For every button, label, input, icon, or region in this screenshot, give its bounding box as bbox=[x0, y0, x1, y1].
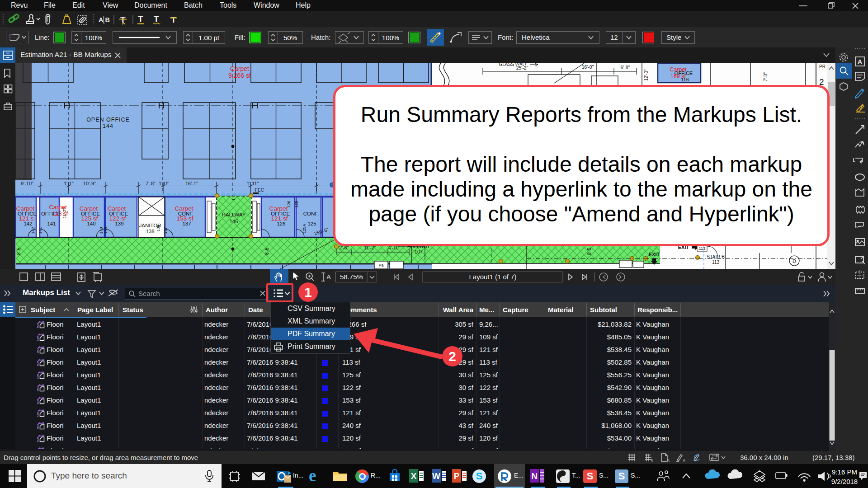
svg-text:116: 116 bbox=[681, 77, 689, 82]
svg-text:FEC: FEC bbox=[255, 188, 264, 192]
svg-text:140: 140 bbox=[87, 221, 95, 226]
svg-text:Style: Style bbox=[666, 33, 681, 41]
svg-text:10'-9": 10'-9" bbox=[83, 181, 96, 186]
svg-text:Helvetica: Helvetica bbox=[522, 33, 550, 41]
svg-text:16'-1": 16'-1" bbox=[185, 181, 198, 186]
svg-text:9,266 sf: 9,266 sf bbox=[228, 72, 251, 79]
svg-text:141: 141 bbox=[47, 221, 56, 226]
svg-text:107: 107 bbox=[415, 249, 423, 254]
svg-text:Carpet: Carpet bbox=[230, 65, 249, 72]
svg-text:142: 142 bbox=[24, 221, 32, 226]
svg-text:T: T bbox=[171, 15, 176, 24]
svg-text:X: X bbox=[411, 471, 417, 481]
svg-text:A: A bbox=[858, 58, 863, 66]
svg-text:137: 137 bbox=[182, 221, 191, 226]
svg-text:125A: 125A bbox=[302, 224, 307, 233]
svg-text:11'-2": 11'-2" bbox=[62, 208, 67, 218]
svg-text:5: 5 bbox=[683, 459, 685, 463]
svg-text:7'-8": 7'-8" bbox=[146, 181, 156, 186]
svg-text:58.75%: 58.75% bbox=[340, 273, 363, 281]
svg-text:6'-8": 6'-8" bbox=[621, 65, 630, 70]
svg-text:T: T bbox=[138, 14, 143, 23]
svg-text:139: 139 bbox=[104, 227, 108, 234]
svg-text:25'-2": 25'-2" bbox=[516, 65, 528, 70]
svg-text:A: A bbox=[326, 273, 331, 281]
svg-text:D: D bbox=[793, 258, 796, 264]
svg-text:Layout1 (1 of 7): Layout1 (1 of 7) bbox=[469, 273, 516, 281]
svg-text:1'-1: 1'-1 bbox=[231, 194, 236, 201]
svg-text:138: 138 bbox=[146, 229, 154, 234]
svg-text:145: 145 bbox=[229, 219, 238, 224]
svg-text:T: T bbox=[154, 14, 159, 23]
svg-text:8'-5: 8'-5 bbox=[264, 247, 269, 255]
svg-text:5: 5 bbox=[651, 459, 653, 463]
svg-text:137: 137 bbox=[163, 227, 168, 234]
svg-text:144: 144 bbox=[103, 123, 113, 129]
svg-text:A: A bbox=[99, 16, 104, 23]
svg-text:EXIT: EXIT bbox=[649, 252, 660, 257]
svg-text:B: B bbox=[105, 16, 110, 23]
svg-text:HALLWAY: HALLWAY bbox=[222, 212, 246, 217]
svg-text:142: 142 bbox=[31, 227, 35, 234]
svg-text:12: 12 bbox=[610, 33, 618, 41]
svg-text:113: 113 bbox=[712, 259, 720, 265]
svg-text:P: P bbox=[454, 471, 460, 481]
svg-text:1'-11": 1'-11" bbox=[246, 181, 259, 186]
svg-text:139: 139 bbox=[115, 221, 123, 226]
svg-text:N: N bbox=[531, 471, 538, 481]
svg-text:141: 141 bbox=[38, 227, 42, 234]
svg-text:12'-0": 12'-0" bbox=[644, 69, 649, 81]
svg-text:126: 126 bbox=[287, 201, 291, 207]
svg-text:113: 113 bbox=[698, 246, 705, 251]
svg-text:5: 5 bbox=[667, 459, 670, 463]
svg-text:W: W bbox=[432, 471, 440, 481]
svg-text:125: 125 bbox=[294, 201, 299, 207]
svg-text:125: 125 bbox=[307, 221, 316, 226]
svg-text:8'-5: 8'-5 bbox=[16, 247, 21, 255]
svg-text:Pa: Pa bbox=[378, 263, 383, 267]
svg-text:7'-0": 7'-0" bbox=[763, 72, 768, 81]
svg-text:138: 138 bbox=[156, 225, 160, 231]
svg-text:9'-10": 9'-10" bbox=[21, 181, 33, 186]
svg-text:126: 126 bbox=[277, 221, 285, 226]
svg-text:140: 140 bbox=[99, 227, 104, 234]
svg-text:OPEN OFFICE: OPEN OFFICE bbox=[86, 117, 130, 123]
svg-text:PR: PR bbox=[819, 64, 826, 69]
svg-text:8'-5: 8'-5 bbox=[587, 247, 592, 255]
svg-text:16'-0": 16'-0" bbox=[582, 64, 594, 70]
svg-text:1'-0": 1'-0" bbox=[159, 181, 169, 186]
svg-text:CONF.: CONF. bbox=[303, 211, 319, 216]
